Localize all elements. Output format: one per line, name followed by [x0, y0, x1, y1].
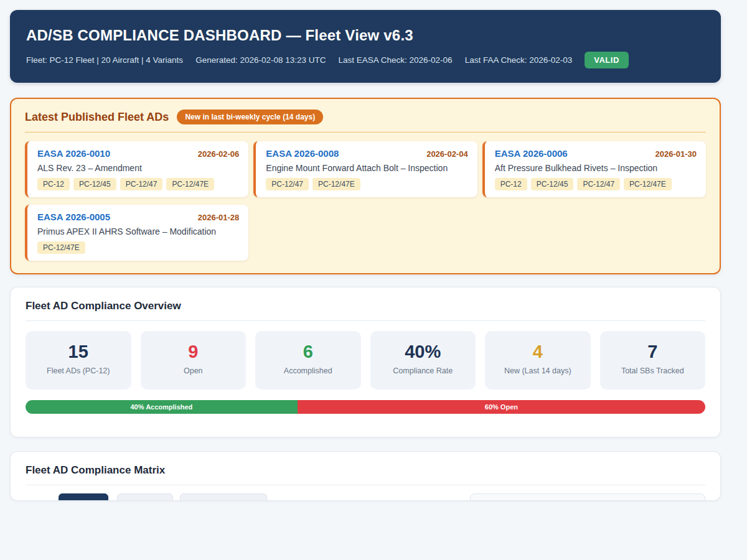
variant-tag: PC-12/45: [73, 178, 116, 190]
stats-row: 15 Fleet ADs (PC-12) 9 Open 6 Accomplish…: [26, 331, 705, 390]
ad-date: 2026-02-04: [426, 149, 468, 159]
ad-card-top: EASA 2026-0008 2026-02-04: [266, 148, 467, 159]
ad-tags: PC-12 PC-12/45 PC-12/47 PC-12/47E: [495, 178, 697, 190]
matrix-title: Fleet AD Compliance Matrix: [26, 464, 705, 477]
ad-card: EASA 2026-0008 2026-02-04 Engine Mount F…: [253, 141, 477, 197]
ad-card-top: EASA 2026-0006 2026-01-30: [495, 148, 697, 159]
page-title: AD/SB COMPLIANCE DASHBOARD — Fleet View …: [26, 27, 705, 44]
latest-ads-panel: Latest Published Fleet ADs New in last b…: [10, 98, 721, 274]
variant-tag: PC-12/47E: [37, 241, 85, 254]
latest-ads-header: Latest Published Fleet ADs New in last b…: [25, 110, 706, 124]
variant-tag: PC-12/47: [120, 178, 163, 190]
matrix-divider: [26, 485, 705, 485]
matrix-controls: [26, 493, 705, 501]
latest-ads-divider: [25, 132, 706, 133]
stat-label: Open: [141, 366, 247, 375]
last-easa-check: Last EASA Check: 2026-02-06: [339, 55, 453, 65]
stat-label: New (Last 14 days): [485, 366, 591, 375]
stat-value: 15: [26, 342, 131, 362]
stat-card-fleet-ads: 15 Fleet ADs (PC-12): [26, 331, 131, 390]
variant-tag: PC-12/45: [531, 178, 574, 190]
matrix-filter-tab[interactable]: [180, 493, 267, 501]
ad-id-link[interactable]: EASA 2026-0006: [495, 148, 568, 159]
variant-tag: PC-12/47: [266, 178, 309, 190]
ad-card: EASA 2026-0006 2026-01-30 Aft Pressure B…: [482, 141, 706, 197]
progress-open-segment: 60% Open: [298, 400, 705, 414]
stat-card-compliance-rate: 40% Compliance Rate: [370, 331, 476, 390]
ad-subject: Primus APEX II AHRS Software – Modificat…: [37, 226, 239, 236]
stat-card-accomplished: 6 Accomplished: [255, 331, 361, 390]
fleet-info: Fleet: PC-12 Fleet | 20 Aircraft | 4 Var…: [26, 55, 183, 65]
stat-label: Compliance Rate: [370, 366, 476, 375]
header-meta-row: Fleet: PC-12 Fleet | 20 Aircraft | 4 Var…: [26, 52, 705, 68]
ad-date: 2026-02-06: [198, 149, 240, 159]
ad-id-link[interactable]: EASA 2026-0008: [266, 148, 339, 159]
matrix-search-input[interactable]: [470, 493, 705, 501]
variant-tag: PC-12/47E: [624, 178, 672, 190]
ad-subject: Engine Mount Forward Attach Bolt – Inspe…: [266, 163, 467, 173]
stat-label: Fleet ADs (PC-12): [26, 366, 131, 375]
overview-divider: [26, 320, 705, 321]
dashboard-page: AD/SB COMPLIANCE DASHBOARD — Fleet View …: [0, 0, 747, 501]
matrix-filter-tab[interactable]: [117, 493, 173, 501]
ad-subject: Aft Pressure Bulkhead Rivets – Inspectio…: [495, 163, 697, 173]
stat-card-new: 4 New (Last 14 days): [485, 331, 591, 390]
header-panel: AD/SB COMPLIANCE DASHBOARD — Fleet View …: [10, 10, 721, 83]
compliance-progress-bar: 40% Accomplished 60% Open: [26, 400, 705, 414]
ad-subject: ALS Rev. 23 – Amendment: [37, 163, 239, 173]
variant-tag: PC-12/47E: [312, 178, 360, 190]
stat-card-total-sbs: 7 Total SBs Tracked: [600, 331, 706, 390]
stat-label: Accomplished: [255, 366, 361, 375]
ad-tags: PC-12/47 PC-12/47E: [266, 178, 467, 190]
ad-card-top: EASA 2026-0010 2026-02-06: [37, 148, 239, 159]
matrix-filter-tab-active[interactable]: [59, 493, 108, 501]
ad-date: 2026-01-30: [655, 149, 697, 159]
stat-value: 4: [485, 342, 591, 362]
stat-label: Total SBs Tracked: [600, 366, 706, 375]
stat-card-open: 9 Open: [141, 331, 247, 390]
ad-id-link[interactable]: EASA 2026-0005: [37, 212, 110, 222]
ad-tags: PC-12/47E: [37, 241, 239, 254]
ad-card: EASA 2026-0010 2026-02-06 ALS Rev. 23 – …: [25, 141, 248, 197]
overview-title: Fleet AD Compliance Overview: [26, 300, 705, 312]
stat-value: 40%: [370, 342, 476, 362]
last-faa-check: Last FAA Check: 2026-02-03: [465, 55, 573, 65]
variant-tag: PC-12/47: [577, 178, 620, 190]
new-cycle-badge: New in last bi-weekly cycle (14 days): [177, 110, 323, 124]
stat-value: 7: [600, 342, 706, 362]
ad-card: EASA 2026-0005 2026-01-28 Primus APEX II…: [25, 205, 248, 261]
variant-tag: PC-12/47E: [166, 178, 214, 190]
variant-tag: PC-12: [495, 178, 527, 190]
ad-card-top: EASA 2026-0005 2026-01-28: [37, 212, 239, 222]
stat-value: 9: [141, 342, 247, 362]
latest-ads-grid: EASA 2026-0010 2026-02-06 ALS Rev. 23 – …: [25, 141, 706, 261]
ad-date: 2026-01-28: [198, 213, 240, 222]
generated-timestamp: Generated: 2026-02-08 13:23 UTC: [195, 55, 326, 65]
ad-id-link[interactable]: EASA 2026-0010: [37, 148, 110, 159]
stat-value: 6: [255, 342, 361, 362]
status-badge: VALID: [585, 52, 629, 68]
compliance-matrix-panel: Fleet AD Compliance Matrix: [10, 451, 721, 501]
variant-tag: PC-12: [37, 178, 70, 190]
compliance-overview-panel: Fleet AD Compliance Overview 15 Fleet AD…: [10, 287, 721, 437]
ad-tags: PC-12 PC-12/45 PC-12/47 PC-12/47E: [37, 178, 239, 190]
latest-ads-title: Latest Published Fleet ADs: [25, 111, 169, 124]
progress-accomplished-segment: 40% Accomplished: [26, 400, 298, 414]
